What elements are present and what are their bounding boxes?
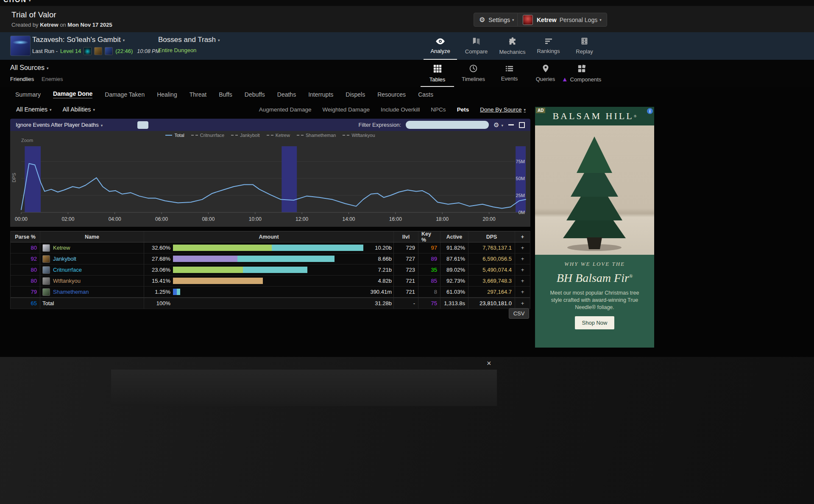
filter-option-weighted-damage[interactable]: Weighted Damage [322,106,370,113]
column-header-ilvl[interactable]: Ilvl [394,231,418,242]
party-member-icon[interactable] [94,47,102,55]
report-header: Trial of Valor Created by Ketrew on Mon … [0,6,814,32]
ad-info-icon[interactable]: i [647,108,653,114]
tab-rankings[interactable]: Rankings [530,32,566,60]
user-menu-button[interactable]: Ketrew Personal Logs ▾ [517,13,607,27]
column-header-active[interactable]: Active [440,231,468,242]
table-row[interactable]: 80Ketrew32.60%10.20b7299791.82%7,763,137… [11,242,530,253]
chart-selection-band[interactable] [282,146,297,212]
tab-interrupts[interactable]: Interrupts [308,91,333,98]
player-name[interactable]: Wtftankyou [53,278,81,284]
filter-expression-input[interactable] [406,121,489,129]
enemies-link[interactable]: Enemies [42,76,63,82]
dungeon-thumbnail[interactable] [10,36,31,56]
fight-scope-selector[interactable]: Bosses and Trash▾ [158,36,220,44]
column-header-amount[interactable]: Amount [144,231,394,242]
advertisement[interactable]: AD i BALSAM HILL® WHY WE LOVE THE BH Bal… [535,107,654,348]
player-name[interactable]: Total [42,300,54,306]
chart-selection-band[interactable] [25,146,41,212]
chevron-down-icon: ▾ [123,38,125,42]
chevron-down-icon: ▾ [50,108,52,112]
table-row-total[interactable]: 65Total100%31.28b-751,313.8s23,810,181.0… [11,298,530,309]
player-name[interactable]: Ketrew [53,245,70,251]
dps-chart[interactable]: TotalCritnurrfaceJankyboltKetrewShamethe… [10,131,530,227]
chart-plot[interactable]: 00:0002:0004:0006:0008:0010:0012:0014:00… [10,131,530,227]
column-header-parse[interactable]: Parse % [11,231,40,242]
chevron-down-icon: ▾ [599,18,602,22]
legend-item-wtftankyou[interactable]: Wtftankyou [343,133,375,138]
tab-components[interactable]: ▲Components [563,60,599,87]
tab-mechanics[interactable]: Mechanics [494,32,530,60]
expand-row-button[interactable]: + [515,298,530,309]
parse-cell: 65 [11,298,40,309]
party-member-icon[interactable] [105,47,113,55]
legend-swatch [231,135,238,136]
tab-resources[interactable]: Resources [377,91,406,98]
legend-item-ketrew[interactable]: Ketrew [267,133,290,138]
party-member-icon[interactable] [84,47,92,55]
expand-row-button[interactable]: + [515,242,530,253]
expand-row-button[interactable]: + [515,253,530,264]
tab-buffs[interactable]: Buffs [219,91,232,98]
table-row[interactable]: 79Shametheman1.25%390.41m721861.03%297,1… [11,287,530,298]
tab-debuffs[interactable]: Debuffs [245,91,265,98]
tab-deaths[interactable]: Deaths [277,91,296,98]
bottom-ad-placeholder[interactable] [111,370,497,406]
column-header-[interactable]: + [515,231,530,242]
tab-casts[interactable]: Casts [418,91,433,98]
player-name[interactable]: Critnurrface [53,267,82,273]
legend-item-shametheman[interactable]: Shametheman [297,133,336,138]
expand-row-button[interactable]: + [515,265,530,275]
player-name[interactable]: Jankybolt [53,256,76,262]
tab-compare[interactable]: Compare [458,32,494,60]
active-cell: 87.61% [440,253,468,264]
dungeon-selector[interactable]: Tazavesh: So'leah's Gambit▾ [32,36,125,44]
close-icon[interactable]: × [487,359,491,367]
maximize-icon[interactable] [519,122,525,128]
tab-queries[interactable]: Queries [527,60,563,87]
tab-dispels[interactable]: Dispels [346,91,365,98]
tab-events[interactable]: Events [491,60,527,87]
legend-item-critnurrface[interactable]: Critnurrface [191,133,224,138]
minimize-icon[interactable] [508,124,514,125]
table-row[interactable]: 80Wtftankyou15.41%4.82b7218592.73%3,669,… [11,276,530,287]
filter-option-include-overkill[interactable]: Include Overkill [381,106,420,113]
table-row[interactable]: 92Jankybolt27.68%8.66b7278987.61%6,590,0… [11,253,530,265]
abilities-filter-dropdown[interactable]: All Abilities▾ [62,106,95,113]
svg-text:04:00: 04:00 [109,216,121,222]
amount-value: 390.41m [365,289,392,295]
filter-option-npcs[interactable]: NPCs [431,106,446,113]
shop-now-button[interactable]: Shop Now [575,316,615,329]
tab-timelines[interactable]: Timelines [455,60,491,87]
tab-threat[interactable]: Threat [190,91,206,98]
legend-item-total[interactable]: Total [165,133,184,138]
ignore-deaths-dropdown[interactable]: Ignore Events After Player Deaths▾ [16,122,103,128]
expand-row-button[interactable]: + [515,276,530,286]
tab-analyze[interactable]: Analyze [422,32,458,60]
tab-summary[interactable]: Summary [15,91,41,98]
source-selector[interactable]: All Sources▾ [10,64,48,72]
tab-damage-taken[interactable]: Damage Taken [105,91,145,98]
tab-healing[interactable]: Healing [157,91,177,98]
filter-option-augmented-damage[interactable]: Augmented Damage [259,106,312,113]
legend-item-jankybolt[interactable]: Jankybolt [231,133,259,138]
column-header-dps[interactable]: DPS [468,231,515,242]
filter-option-pets[interactable]: Pets [457,106,469,113]
settings-button[interactable]: ⚙ Settings ▾ [474,13,519,27]
guild-selector[interactable]: CHON▾ [3,0,32,4]
player-name[interactable]: Shametheman [53,289,89,295]
tab-replay[interactable]: Replay [566,32,602,60]
column-header-key[interactable]: Key % [418,231,440,242]
column-header-name[interactable]: Name [40,231,144,242]
tab-tables[interactable]: Tables [419,60,455,87]
ad-product-name: BH Balsam Fir® [535,271,654,285]
enemies-filter-dropdown[interactable]: All Enemies▾ [16,106,51,113]
table-row[interactable]: 80Critnurrface23.06%7.21b7233589.02%5,49… [11,265,530,276]
friendlies-link[interactable]: Friendlies [10,76,34,82]
panel-gear-icon[interactable]: ⚙▾ [493,121,503,129]
filter-option-done-by-source[interactable]: Done By Source▾ [480,106,526,113]
csv-export-button[interactable]: CSV [509,308,529,319]
tab-damage-done[interactable]: Damage Done [53,90,92,98]
expand-row-button[interactable]: + [515,287,530,297]
ignore-deaths-toggle[interactable] [137,121,148,129]
